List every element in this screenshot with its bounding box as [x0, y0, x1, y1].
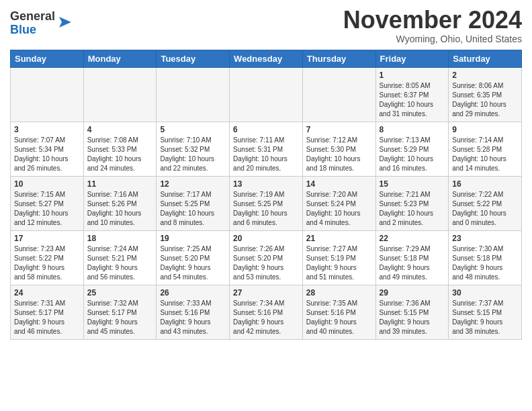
day-number: 30	[452, 288, 518, 298]
title-block: November 2024 Wyoming, Ohio, United Stat…	[343, 7, 522, 44]
calendar-day-cell: 24Sunrise: 7:31 AM Sunset: 5:17 PM Dayli…	[11, 285, 84, 339]
header: General Blue November 2024 Wyoming, Ohio…	[10, 7, 522, 44]
day-info: Sunrise: 7:10 AM Sunset: 5:32 PM Dayligh…	[160, 136, 226, 173]
month-title: November 2024	[343, 7, 522, 34]
day-info: Sunrise: 7:33 AM Sunset: 5:16 PM Dayligh…	[160, 299, 226, 336]
day-number: 25	[87, 288, 153, 298]
day-info: Sunrise: 7:27 AM Sunset: 5:19 PM Dayligh…	[306, 244, 372, 282]
calendar-day-cell: 26Sunrise: 7:33 AM Sunset: 5:16 PM Dayli…	[157, 285, 230, 339]
day-info: Sunrise: 7:30 AM Sunset: 5:18 PM Dayligh…	[452, 244, 518, 282]
calendar-day-cell: 17Sunrise: 7:23 AM Sunset: 5:22 PM Dayli…	[11, 230, 84, 285]
calendar-day-cell	[11, 67, 84, 122]
day-info: Sunrise: 7:34 AM Sunset: 5:16 PM Dayligh…	[233, 299, 299, 336]
day-info: Sunrise: 7:26 AM Sunset: 5:20 PM Dayligh…	[233, 244, 299, 282]
day-info: Sunrise: 7:31 AM Sunset: 5:17 PM Dayligh…	[14, 299, 80, 336]
day-number: 28	[306, 288, 372, 298]
location: Wyoming, Ohio, United States	[343, 34, 522, 44]
day-info: Sunrise: 7:37 AM Sunset: 5:15 PM Dayligh…	[452, 299, 518, 336]
day-number: 8	[380, 125, 445, 134]
day-info: Sunrise: 7:12 AM Sunset: 5:30 PM Dayligh…	[306, 136, 372, 173]
svg-marker-0	[59, 17, 71, 28]
weekday-header: Saturday	[449, 50, 522, 67]
day-info: Sunrise: 7:14 AM Sunset: 5:28 PM Dayligh…	[452, 136, 518, 173]
calendar-day-cell	[157, 67, 230, 122]
day-info: Sunrise: 7:07 AM Sunset: 5:34 PM Dayligh…	[14, 136, 80, 173]
day-info: Sunrise: 7:15 AM Sunset: 5:27 PM Dayligh…	[14, 190, 80, 228]
page: General Blue November 2024 Wyoming, Ohio…	[0, 0, 532, 350]
calendar-day-cell: 6Sunrise: 7:11 AM Sunset: 5:31 PM Daylig…	[230, 122, 303, 176]
logo-blue: Blue	[10, 23, 36, 36]
weekday-header: Monday	[83, 50, 157, 67]
calendar-day-cell: 19Sunrise: 7:25 AM Sunset: 5:20 PM Dayli…	[157, 230, 230, 285]
calendar-day-cell: 9Sunrise: 7:14 AM Sunset: 5:28 PM Daylig…	[449, 122, 522, 176]
day-info: Sunrise: 7:20 AM Sunset: 5:24 PM Dayligh…	[306, 190, 372, 228]
day-info: Sunrise: 7:11 AM Sunset: 5:31 PM Dayligh…	[233, 136, 299, 173]
day-info: Sunrise: 8:06 AM Sunset: 6:35 PM Dayligh…	[452, 81, 518, 119]
day-number: 22	[380, 234, 445, 243]
day-number: 16	[452, 179, 518, 189]
day-number: 2	[452, 71, 518, 80]
day-info: Sunrise: 7:25 AM Sunset: 5:20 PM Dayligh…	[160, 244, 226, 282]
calendar-day-cell	[83, 67, 157, 122]
day-number: 10	[14, 179, 80, 189]
logo: General Blue	[10, 10, 75, 37]
calendar-week-row: 17Sunrise: 7:23 AM Sunset: 5:22 PM Dayli…	[11, 230, 522, 285]
day-info: Sunrise: 8:05 AM Sunset: 6:37 PM Dayligh…	[380, 81, 445, 119]
day-info: Sunrise: 7:21 AM Sunset: 5:23 PM Dayligh…	[380, 190, 445, 228]
calendar-day-cell: 11Sunrise: 7:16 AM Sunset: 5:26 PM Dayli…	[83, 176, 157, 230]
calendar-day-cell: 10Sunrise: 7:15 AM Sunset: 5:27 PM Dayli…	[11, 176, 84, 230]
day-number: 15	[380, 179, 445, 189]
day-number: 7	[306, 125, 372, 134]
day-info: Sunrise: 7:08 AM Sunset: 5:33 PM Dayligh…	[87, 136, 153, 173]
weekday-header: Sunday	[11, 50, 84, 67]
day-number: 13	[233, 179, 299, 189]
day-number: 12	[160, 179, 226, 189]
weekday-header: Wednesday	[230, 50, 303, 67]
calendar-day-cell: 3Sunrise: 7:07 AM Sunset: 5:34 PM Daylig…	[11, 122, 84, 176]
calendar-day-cell	[230, 67, 303, 122]
day-info: Sunrise: 7:32 AM Sunset: 5:17 PM Dayligh…	[87, 299, 153, 336]
day-info: Sunrise: 7:36 AM Sunset: 5:15 PM Dayligh…	[380, 299, 445, 336]
logo-icon	[56, 13, 75, 32]
calendar-day-cell: 4Sunrise: 7:08 AM Sunset: 5:33 PM Daylig…	[83, 122, 157, 176]
day-number: 4	[87, 125, 153, 134]
day-number: 6	[233, 125, 299, 134]
calendar-day-cell: 5Sunrise: 7:10 AM Sunset: 5:32 PM Daylig…	[157, 122, 230, 176]
day-info: Sunrise: 7:17 AM Sunset: 5:25 PM Dayligh…	[160, 190, 226, 228]
calendar-day-cell: 22Sunrise: 7:29 AM Sunset: 5:18 PM Dayli…	[375, 230, 449, 285]
calendar-table: SundayMondayTuesdayWednesdayThursdayFrid…	[10, 50, 522, 340]
day-info: Sunrise: 7:16 AM Sunset: 5:26 PM Dayligh…	[87, 190, 153, 228]
day-number: 17	[14, 234, 80, 243]
calendar-day-cell: 27Sunrise: 7:34 AM Sunset: 5:16 PM Dayli…	[230, 285, 303, 339]
calendar-week-row: 24Sunrise: 7:31 AM Sunset: 5:17 PM Dayli…	[11, 285, 522, 339]
day-number: 21	[306, 234, 372, 243]
calendar-week-row: 3Sunrise: 7:07 AM Sunset: 5:34 PM Daylig…	[11, 122, 522, 176]
day-info: Sunrise: 7:22 AM Sunset: 5:22 PM Dayligh…	[452, 190, 518, 228]
day-number: 23	[452, 234, 518, 243]
day-number: 20	[233, 234, 299, 243]
calendar-day-cell: 18Sunrise: 7:24 AM Sunset: 5:21 PM Dayli…	[83, 230, 157, 285]
calendar-day-cell: 29Sunrise: 7:36 AM Sunset: 5:15 PM Dayli…	[375, 285, 449, 339]
calendar-day-cell: 21Sunrise: 7:27 AM Sunset: 5:19 PM Dayli…	[302, 230, 375, 285]
calendar-day-cell	[302, 67, 375, 122]
day-number: 11	[87, 179, 153, 189]
calendar-day-cell: 14Sunrise: 7:20 AM Sunset: 5:24 PM Dayli…	[302, 176, 375, 230]
day-number: 18	[87, 234, 153, 243]
calendar-day-cell: 13Sunrise: 7:19 AM Sunset: 5:25 PM Dayli…	[230, 176, 303, 230]
calendar-day-cell: 30Sunrise: 7:37 AM Sunset: 5:15 PM Dayli…	[449, 285, 522, 339]
calendar-day-cell: 12Sunrise: 7:17 AM Sunset: 5:25 PM Dayli…	[157, 176, 230, 230]
day-number: 19	[160, 234, 226, 243]
day-number: 9	[452, 125, 518, 134]
day-number: 1	[380, 71, 445, 80]
calendar-day-cell: 25Sunrise: 7:32 AM Sunset: 5:17 PM Dayli…	[83, 285, 157, 339]
weekday-header: Friday	[375, 50, 449, 67]
calendar-day-cell: 1Sunrise: 8:05 AM Sunset: 6:37 PM Daylig…	[375, 67, 449, 122]
calendar-day-cell: 7Sunrise: 7:12 AM Sunset: 5:30 PM Daylig…	[302, 122, 375, 176]
calendar-day-cell: 20Sunrise: 7:26 AM Sunset: 5:20 PM Dayli…	[230, 230, 303, 285]
day-info: Sunrise: 7:13 AM Sunset: 5:29 PM Dayligh…	[380, 136, 445, 173]
calendar-week-row: 10Sunrise: 7:15 AM Sunset: 5:27 PM Dayli…	[11, 176, 522, 230]
day-number: 3	[14, 125, 80, 134]
day-number: 14	[306, 179, 372, 189]
day-number: 24	[14, 288, 80, 298]
day-number: 26	[160, 288, 226, 298]
